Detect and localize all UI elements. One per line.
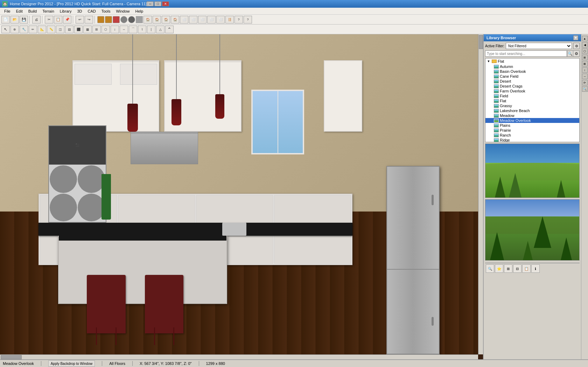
tb-cut[interactable]: ✂ [45, 16, 53, 23]
search-options-button[interactable]: ⚙ [573, 50, 580, 57]
tb2-b7[interactable]: ▤ [65, 26, 74, 33]
tb-new[interactable]: 📄 [1, 16, 10, 23]
tb2-b9[interactable]: ▦ [83, 26, 92, 33]
lib-btn-1[interactable]: 🔍 [486, 264, 494, 273]
tb2-b17[interactable]: △ [156, 26, 164, 33]
minimize-button[interactable]: ─ [147, 1, 154, 6]
tb-b18[interactable]: ? [244, 16, 252, 23]
tb2-b13[interactable]: ↔ [120, 26, 128, 33]
viewport-scrollbar-h[interactable] [0, 354, 478, 359]
tb-b13[interactable]: ⬜ [198, 16, 206, 23]
side-btn-3[interactable]: ⬡ [582, 48, 588, 54]
tb-b2[interactable] [105, 16, 112, 23]
side-btn-2[interactable]: ◀ [582, 42, 588, 48]
tree-item-meadow[interactable]: Meadow [485, 113, 579, 118]
side-btn-6[interactable]: ↕ [582, 67, 588, 73]
tree-item-field[interactable]: Field [485, 94, 579, 98]
tree-item-plains[interactable]: Plains [485, 123, 579, 128]
tree-item-lakeshore[interactable]: Lakeshore Beach [485, 108, 579, 113]
tb2-b3[interactable]: ✏ [29, 26, 37, 33]
menu-cad[interactable]: CAD [85, 8, 98, 14]
tree-item-autumn[interactable]: Autumn [485, 64, 579, 69]
tb2-b14[interactable]: ⌒ [129, 26, 137, 33]
tb-b6[interactable] [136, 16, 143, 23]
tb-b5[interactable] [128, 16, 135, 23]
filter-options-button[interactable]: ⚙ [573, 43, 580, 49]
tb-print[interactable]: 🖨 [32, 16, 41, 23]
tb-b4[interactable] [120, 16, 127, 23]
tb-save[interactable]: 💾 [20, 16, 28, 23]
menu-help[interactable]: Help [133, 8, 146, 14]
tb2-b16[interactable]: | [147, 26, 155, 33]
side-btn-4[interactable]: ⊞ [582, 55, 588, 60]
panel-collapse-button[interactable]: ▼ [573, 35, 578, 40]
tree-item-basin[interactable]: Basin Overlook [485, 69, 579, 74]
tb2-b1[interactable]: ⊕ [10, 26, 19, 33]
menu-window[interactable]: Window [113, 8, 132, 14]
side-btn-5[interactable]: ⊠ [582, 61, 588, 67]
tree-item-desert-crags[interactable]: Desert Crags [485, 84, 579, 89]
tb-b3[interactable] [113, 16, 120, 23]
tb2-b8[interactable]: ⬛ [74, 26, 83, 33]
tb-b14[interactable]: ⬜ [207, 16, 216, 23]
tree-view[interactable]: ▼ Flat Autumn Basin Overlook Cane Field [485, 58, 580, 142]
side-btn-1[interactable]: ▲ [582, 36, 588, 41]
tb2-b6[interactable]: ◫ [56, 26, 64, 33]
tree-item-grassy[interactable]: Grassy [485, 103, 579, 108]
side-btn-8[interactable]: ⟳ [582, 80, 588, 85]
menu-library[interactable]: Library [57, 8, 75, 14]
tree-item-root-expand[interactable]: ▼ Flat [485, 58, 579, 64]
tb2-b15[interactable]: ⌇ [138, 26, 146, 33]
tb-undo[interactable]: ↩ [76, 16, 84, 23]
tree-item-ridge[interactable]: Ridge [485, 138, 579, 142]
tb2-b5[interactable]: 📏 [47, 26, 55, 33]
tb2-b12[interactable]: ↕ [111, 26, 119, 33]
tb2-b18[interactable]: ⌃ [165, 26, 174, 33]
tb2-select[interactable]: ↖ [1, 26, 10, 33]
close-button[interactable]: ✕ [162, 1, 169, 6]
tree-item-meadow-overlook[interactable]: Meadow Overlook [485, 118, 579, 123]
tree-item-farm[interactable]: Farm Overlook [485, 89, 579, 94]
filter-select[interactable]: Not Filtered [506, 43, 572, 49]
viewport-scrollbar-v[interactable] [478, 34, 483, 354]
tb-b7[interactable]: 🏠 [144, 16, 152, 23]
tb2-b11[interactable]: ⬡ [102, 26, 110, 33]
tree-item-ranch[interactable]: Ranch [485, 133, 579, 138]
lib-btn-6[interactable]: ℹ [531, 264, 540, 273]
tb2-b2[interactable]: 🔧 [20, 26, 28, 33]
menu-tools[interactable]: Tools [99, 8, 113, 14]
tb-b11[interactable]: ⬜ [180, 16, 188, 23]
tb2-b10[interactable]: ⊞ [92, 26, 101, 33]
tb-b12[interactable]: ⬜ [189, 16, 197, 23]
tree-item-desert[interactable]: Desert [485, 79, 579, 84]
menu-terrain[interactable]: Terrain [40, 8, 57, 14]
apply-backdrop-button[interactable]: Apply Backdrop to Window [48, 360, 95, 367]
tb-redo[interactable]: ↪ [85, 16, 93, 23]
tree-item-cane-field[interactable]: Cane Field [485, 74, 579, 79]
lib-btn-2[interactable]: ⭐ [495, 264, 503, 273]
tb-b16[interactable]: 🪜 [225, 16, 234, 23]
menu-3d[interactable]: 3D [74, 8, 85, 14]
tb-b17[interactable]: ? [234, 16, 243, 23]
tree-item-flat[interactable]: Flat [485, 98, 579, 103]
side-btn-7[interactable]: ↔ [582, 74, 588, 79]
search-input[interactable] [485, 50, 567, 57]
lib-btn-5[interactable]: 📋 [522, 264, 531, 273]
menu-build[interactable]: Build [26, 8, 40, 14]
lib-btn-4[interactable]: ⊟ [513, 264, 522, 273]
lib-btn-3[interactable]: ⊞ [504, 264, 512, 273]
tb2-b4[interactable]: 📐 [38, 26, 46, 33]
tb-copy[interactable]: 📋 [54, 16, 62, 23]
tb-b15[interactable]: ⬜ [216, 16, 225, 23]
menu-edit[interactable]: Edit [13, 8, 26, 14]
tb-open[interactable]: 📂 [10, 16, 19, 23]
tb-b10[interactable]: 🏠 [171, 16, 179, 23]
side-btn-9[interactable]: 🔍 [582, 86, 588, 92]
menu-file[interactable]: File [1, 8, 13, 14]
search-button[interactable]: 🔍 [567, 50, 573, 57]
tb-b1[interactable] [97, 16, 104, 23]
tb-b8[interactable]: 🏠 [153, 16, 161, 23]
tb-b9[interactable]: 🏠 [162, 16, 170, 23]
viewport[interactable]: ⬛ [0, 34, 483, 359]
tb-paste[interactable]: 📌 [63, 16, 71, 23]
